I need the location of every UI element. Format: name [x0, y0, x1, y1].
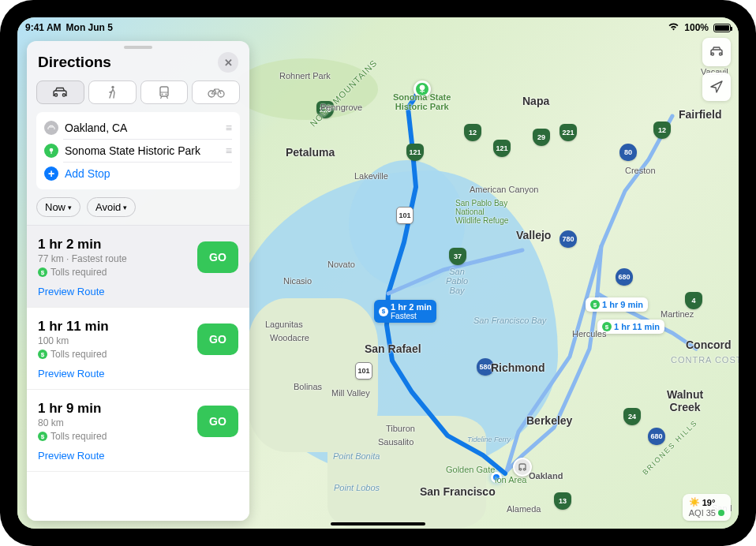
avoid-button[interactable]: Avoid ▾: [87, 197, 136, 217]
home-indicator[interactable]: [331, 522, 425, 525]
drag-handle-icon[interactable]: ≡: [226, 144, 232, 157]
route-option-1[interactable]: 1 hr 11 min 100 km $ Tolls required GO P…: [27, 308, 249, 390]
label-rohnert-park: Rohnert Park: [279, 71, 331, 80]
depart-now-button[interactable]: Now ▾: [36, 197, 80, 217]
route-time: 1 hr 9 min: [38, 401, 189, 417]
route-badge-alt2[interactable]: $ 1 hr 11 min: [597, 320, 664, 334]
preview-route-link[interactable]: Preview Route: [38, 368, 189, 380]
route-badge-alt1[interactable]: $ 1 hr 9 min: [586, 297, 648, 312]
route-time: 1 hr 11 min: [38, 319, 189, 335]
add-stop-label: Add Stop: [65, 167, 110, 180]
label-sonoma-state: Sonoma State Historic Park: [393, 92, 451, 111]
battery-percent: 100%: [684, 22, 709, 33]
toll-icon: $: [590, 300, 600, 309]
label-berkeley: Berkeley: [526, 414, 572, 427]
add-stop-button[interactable]: + Add Stop: [44, 163, 232, 185]
go-button[interactable]: GO: [197, 406, 238, 437]
label-bolinas: Bolinas: [294, 382, 322, 391]
close-button[interactable]: ✕: [218, 52, 238, 73]
route-option-0[interactable]: 1 hr 2 min 77 km · Fastest route $ Tolls…: [27, 226, 249, 308]
wifi-icon: [668, 22, 679, 33]
sun-icon: ☀️: [689, 497, 700, 507]
label-richmond: Richmond: [491, 361, 545, 374]
locate-me-button[interactable]: [702, 73, 731, 101]
shield-ca121: 121: [493, 140, 511, 157]
svg-point-3: [161, 94, 163, 95]
tolls-label: Tolls required: [51, 267, 107, 278]
tab-transit[interactable]: [140, 80, 189, 104]
shield-i80: 80: [619, 144, 637, 161]
route-tolls: $ Tolls required: [38, 431, 189, 442]
label-ion-area: ion Area: [495, 475, 526, 484]
route-tolls: $ Tolls required: [38, 267, 189, 278]
svg-rect-8: [51, 151, 51, 154]
label-pt-bonita: Point Bonita: [333, 451, 380, 461]
tolls-label: Tolls required: [51, 349, 107, 360]
label-golden-gate: Golden Gate: [446, 465, 495, 474]
label-oakland: Oakland: [529, 471, 563, 481]
ipad-frame: 9:41 AM Mon Jun 5 100%: [0, 0, 756, 546]
label-contra-costa: CONTRA COSTA: [671, 355, 739, 365]
routes-list: 1 hr 2 min 77 km · Fastest route $ Tolls…: [27, 225, 249, 521]
route-badge-fastest[interactable]: $ 1 hr 2 min Fastest: [374, 300, 436, 323]
shield-i680: 680: [648, 428, 665, 445]
label-san-francisco-bay: San Francisco Bay: [473, 316, 546, 325]
label-tiburon: Tiburon: [386, 424, 415, 433]
go-button[interactable]: GO: [197, 241, 238, 273]
label-hercules: Hercules: [572, 329, 606, 338]
aqi-dot-icon: [718, 510, 724, 516]
plus-icon: +: [44, 166, 58, 181]
walk-icon: [107, 85, 118, 99]
label-fairfield: Fairfield: [679, 108, 721, 121]
preview-route-link[interactable]: Preview Route: [38, 450, 189, 462]
shield-ca29: 29: [533, 129, 550, 146]
weather-temp: 19°: [702, 498, 716, 507]
options-row: Now ▾ Avoid ▾: [27, 197, 249, 225]
preview-route-link[interactable]: Preview Route: [38, 286, 189, 297]
status-right: 100%: [668, 22, 731, 33]
car-icon: [51, 86, 69, 99]
tab-cycle[interactable]: [192, 80, 240, 104]
pill-label: Avoid: [95, 201, 121, 213]
chevron-down-icon: ▾: [68, 204, 72, 211]
toll-icon: $: [38, 350, 47, 359]
label-woodacre: Woodacre: [270, 333, 309, 342]
battery-icon: [713, 24, 731, 32]
go-button[interactable]: GO: [197, 323, 238, 355]
label-napa: Napa: [522, 95, 549, 107]
badge-time: 1 hr 9 min: [602, 300, 643, 309]
toll-icon: $: [379, 307, 388, 316]
car-icon: [709, 46, 724, 58]
label-lagunitas: Lagunitas: [265, 320, 303, 329]
svg-point-4: [165, 94, 167, 95]
stop-destination[interactable]: Sonoma State Historic Park ≡: [44, 140, 232, 162]
transport-mode-tabs: [27, 80, 249, 112]
drag-handle-icon[interactable]: ≡: [226, 122, 232, 134]
label-lakeville: Lakeville: [354, 171, 388, 181]
chevron-down-icon: ▾: [123, 204, 127, 211]
label-nicasio: Nicasio: [283, 276, 312, 286]
stop-origin[interactable]: Oakland, CA ≡: [44, 117, 232, 139]
toll-icon: $: [38, 432, 47, 441]
label-san-francisco: San Francisco: [420, 485, 496, 498]
weather-widget[interactable]: ☀️ 19° AQI 35: [683, 494, 731, 521]
shield-ca24: 24: [623, 408, 641, 425]
label-vallejo: Vallejo: [516, 229, 551, 241]
shield-i680: 680: [616, 268, 633, 286]
tree-icon: [44, 144, 58, 158]
route-detail: 100 km: [38, 335, 189, 346]
route-option-2[interactable]: 1 hr 9 min 80 km $ Tolls required GO Pre…: [27, 390, 249, 472]
tab-walk[interactable]: [88, 80, 137, 104]
tab-drive[interactable]: [36, 80, 84, 104]
label-pt-lobos: Point Lobos: [334, 483, 380, 492]
badge-time: 1 hr 11 min: [614, 322, 660, 331]
badge-sub: Fastest: [391, 312, 432, 320]
location-arrow-icon: [709, 80, 724, 94]
route-detail: 80 km: [38, 417, 189, 428]
pill-label: Now: [45, 201, 65, 213]
label-mill-valley: Mill Valley: [331, 388, 370, 398]
tolls-label: Tolls required: [51, 431, 107, 442]
shield-ca12: 12: [653, 122, 671, 139]
label-novato: Novato: [327, 260, 355, 269]
vehicle-mode-button[interactable]: [702, 38, 731, 66]
